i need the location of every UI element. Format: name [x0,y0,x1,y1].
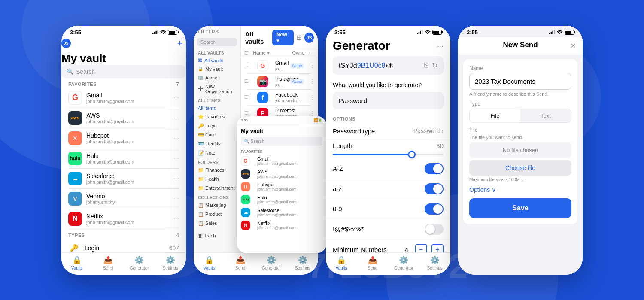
list-item[interactable]: aws AWS john.smith@gmail.com ··· [61,108,186,128]
vault-list-item[interactable]: ☐ 📷 Instagram john.smith@gmail.com Acme … [241,74,318,89]
filter-acme[interactable]: 🏢 Acme [194,73,240,82]
add-item-button[interactable]: + [174,37,186,49]
item-more-3[interactable]: ⋮ [310,94,315,100]
owner-column-header: Owner [285,50,306,55]
filter-favorites[interactable]: ⭐ Favorites [194,112,240,121]
tab-generator-3[interactable]: ⚙️ Generator [388,255,419,270]
vault-icon: 🏛 [198,58,202,63]
screen1-frame: 3:55 JS + My vault 🔍 [61,26,186,275]
special-toggle[interactable] [425,224,444,235]
nested-aws[interactable]: aws AWS john.smith@gmail.com [237,167,327,180]
more-icon[interactable]: ··· [173,114,179,122]
filter-product[interactable]: 📋 Product [194,210,240,219]
gen-more-button[interactable]: ··· [437,42,444,51]
nested-salesforce[interactable]: ☁ Salesforce john.smith@gmail.com [237,206,327,219]
filter-identity[interactable]: 🪪 Identity [194,139,240,148]
type-file-option[interactable]: File [470,109,520,122]
filter-new-org[interactable]: ➕ New Organization [194,82,240,96]
more-icon[interactable]: ··· [173,215,179,223]
nested-search[interactable]: 🔍 Search [241,137,322,146]
svg-point-9 [427,33,428,34]
tab-settings-1[interactable]: ⚙️ Settings [155,255,186,270]
filter-marketing[interactable]: 📋 Marketing [194,201,240,210]
status-bar-1: 3:55 [61,26,186,37]
nested-hulu[interactable]: hulu Hulu john.smith@gmail.com [237,193,327,206]
more-icon[interactable]: ··· [173,175,179,182]
list-item[interactable]: N Netflix john.smith@gmail.com ··· [61,209,186,229]
list-item[interactable]: hulu Hulu john.smith@gmail.com ··· [61,148,186,168]
nested-netflix[interactable]: N Netflix john.smith@gmail.com [237,219,327,232]
tab-vaults-2[interactable]: 🔒 Vaults [194,255,225,270]
length-row: Length 30 [326,139,450,150]
screen1-phone: 3:55 JS + My vault 🔍 [61,26,186,275]
tab-settings-3[interactable]: ⚙️ Settings [419,255,451,270]
tab-send-1[interactable]: 📤 Send [93,255,124,270]
search-icon: 🔍 [67,68,73,75]
copy-password-button[interactable]: ⎘ [424,61,428,70]
az-lower-toggle[interactable] [425,183,444,194]
choose-file-button[interactable]: Choose file [469,160,571,176]
az-toggle[interactable] [425,163,444,174]
tab-send-3[interactable]: 📤 Send [357,255,389,270]
user-avatar[interactable]: JS [61,39,71,48]
item-more-4[interactable]: ⋮ [310,110,315,116]
password-type-value[interactable]: Password › [413,127,444,134]
filter-search-bar[interactable]: Search [197,38,237,46]
tab-settings-2[interactable]: ⚙️ Settings [287,255,319,270]
save-send-button[interactable]: Save [469,198,571,218]
decrement-min-numbers[interactable]: − [415,244,427,252]
filter-all-items[interactable]: All items [194,104,240,112]
list-item[interactable]: ☁ Salesforce john.smith@gmail.com ··· [61,169,186,188]
filter-login[interactable]: 🔑 Login [194,121,240,130]
tab-vaults-3[interactable]: 🔒 Vaults [326,255,357,270]
filter-finances[interactable]: 📁 Finances [194,166,240,175]
send-name-input[interactable]: 2023 Tax Documents [469,73,571,90]
regenerate-button[interactable]: ↻ [432,61,437,70]
new-button[interactable]: New ▾ [272,30,294,45]
tab-bar-2: 🔒 Vaults 📤 Send ⚙️ Generator ⚙️ Settings [194,252,318,275]
item-more-2[interactable]: ⋮ [310,79,315,85]
length-slider[interactable] [326,150,450,159]
select-all-check[interactable]: ☐ [244,50,251,56]
aws-icon: aws [68,111,82,125]
screen2-phone: FILTERS Search All vaults 🏛 All vaults 🔒… [194,26,318,275]
filter-entertainment[interactable]: 📁 Entertainment [194,184,240,193]
list-item[interactable]: G Gmail john.smith@gmail.com ··· [61,88,186,108]
nested-hubspot[interactable]: H Hubspot john.smith@gmail.com [237,180,327,193]
more-icon[interactable]: ··· [173,94,179,102]
search-bar[interactable]: 🔍 Search [61,65,186,78]
filter-my-vault[interactable]: 🔒 My vault [194,65,240,73]
filter-all-vaults[interactable]: 🏛 All vaults [194,56,240,65]
tab-vaults-1[interactable]: 🔒 Vaults [61,255,93,270]
filter-note[interactable]: 📝 Note [194,148,240,158]
tab-generator-1[interactable]: ⚙️ Generator [124,255,155,270]
filter-card[interactable]: 💳 Card [194,130,240,139]
more-icon[interactable]: ··· [173,195,179,203]
user-avatar-2[interactable]: JS [304,33,314,43]
favorites-section-header: FAVORITES 7 [61,78,186,88]
vault-list-item[interactable]: ☐ f Facebook john.smith@gmail.com ⋮ [241,90,318,105]
list-item[interactable]: V Venmo johnny.smithy ··· [61,189,186,209]
svg-rect-5 [417,33,418,34]
type-login[interactable]: 🔑 Login 697 [61,239,186,252]
close-send-button[interactable]: × [571,41,576,51]
gen-type-selector[interactable]: Password [333,92,444,109]
list-item[interactable]: ✕ Hubspot john.smith@gmail.com ··· [61,128,186,148]
filter-health[interactable]: 📁 Health [194,175,240,184]
tab-generator-2[interactable]: ⚙️ Generator [256,255,287,270]
item-more-1[interactable]: ⋮ [310,63,315,69]
increment-min-numbers[interactable]: + [431,244,444,252]
filter-sales[interactable]: 📋 Sales [194,219,240,228]
num-toggle[interactable] [425,203,444,215]
grid-icon[interactable]: ⊞ [296,33,302,42]
screen4-phone: 3:55 New Send × Name 2023 T [458,26,583,275]
options-toggle[interactable]: Options ∨ [469,186,571,193]
vault-list-item[interactable]: ☐ G Gmail john.smith@gmail.com Acme ⋮ [241,58,318,73]
more-icon[interactable]: ··· [173,155,179,162]
more-icon[interactable]: ··· [173,134,179,142]
battery-icon-1 [168,30,177,35]
tab-send-2[interactable]: 📤 Send [225,255,256,270]
filter-trash[interactable]: 🗑 Trash [194,231,240,240]
nested-gmail[interactable]: G Gmail john.smith@gmail.com [237,155,327,167]
type-text-option[interactable]: Text [520,109,571,122]
